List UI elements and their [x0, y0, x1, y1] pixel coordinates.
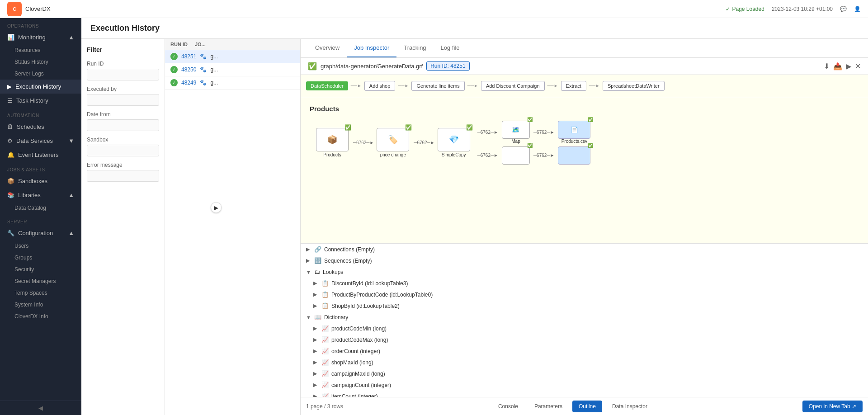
pagination-info: 1 page / 3 rows	[306, 403, 343, 410]
run-row-48249[interactable]: ✓ 48249 🐾 g...	[165, 76, 300, 90]
sidebar-item-secret-managers[interactable]: Secret Managers	[0, 275, 81, 287]
sidebar-item-security[interactable]: Security	[0, 264, 81, 275]
sidebar-item-temp-spaces[interactable]: Temp Spaces	[0, 287, 81, 299]
sidebar-item-users[interactable]: Users	[0, 240, 81, 252]
sidebar-item-sandboxes[interactable]: 📦 Sandboxes	[0, 174, 81, 188]
outline-dict-1[interactable]: ▶ 📈 productCodeMin (long)	[301, 323, 868, 334]
outline-connections[interactable]: ▶ 🔗 Connections (Empty)	[301, 244, 868, 255]
expand-dictionary-icon: ▼	[306, 315, 311, 320]
open-new-tab-button[interactable]: Open in New Tab ↗	[802, 401, 863, 412]
outline-dictionary[interactable]: ▼ 📖 Dictionary	[301, 311, 868, 323]
products-label: Products	[310, 105, 859, 113]
bottom-bar: 1 page / 3 rows Console Parameters Outli…	[301, 397, 868, 415]
sidebar-item-configuration[interactable]: 🔧Configuration ▲	[0, 226, 81, 240]
tab-console[interactable]: Console	[492, 401, 524, 412]
sidebar-item-system-info[interactable]: System Info	[0, 299, 81, 311]
sidebar-item-data-catalog[interactable]: Data Catalog	[0, 202, 81, 214]
graph-status-icon: ✅	[308, 62, 317, 71]
expand-dict7-icon: ▶	[313, 393, 319, 397]
run-id-input[interactable]	[87, 69, 159, 80]
node-products-csv[interactable]: 📄	[558, 121, 590, 139]
outline-dict-3[interactable]: ▶ 📈 orderCount (integer)	[301, 345, 868, 357]
sandbox-input[interactable]	[87, 145, 159, 156]
expand-run-list-btn[interactable]: ▶	[211, 202, 222, 213]
filter-title: Filter	[87, 46, 159, 53]
error-message-input[interactable]	[87, 170, 159, 182]
outline-panel: ▶ 🔗 Connections (Empty) ▶ 🔢 Sequences (E…	[301, 243, 868, 397]
outline-dict-5[interactable]: ▶ 📈 campaignMaxId (long)	[301, 368, 868, 379]
node-b3[interactable]	[558, 146, 590, 165]
run-id-badge: Run ID: 48251	[426, 61, 469, 71]
run-id-link-48249[interactable]: 48249	[181, 80, 196, 86]
executed-by-input[interactable]	[87, 94, 159, 106]
tab-parameters[interactable]: Parameters	[528, 401, 569, 412]
tab-job-inspector[interactable]: Job Inspector	[347, 39, 396, 57]
node-b2[interactable]	[502, 146, 530, 165]
sidebar-item-groups[interactable]: Groups	[0, 252, 81, 264]
node-price-change[interactable]: 🏷️	[377, 128, 409, 151]
outline-lookup-2[interactable]: ▶ 📋 ProductByProductCode (id:LookupTable…	[301, 289, 868, 300]
tab-overview[interactable]: Overview	[308, 39, 347, 57]
data-services-icon: ⚙	[7, 137, 13, 144]
outline-dict-6[interactable]: ▶ 📈 campaignCount (integer)	[301, 379, 868, 391]
run-icon-48249: 🐾	[200, 80, 207, 86]
configuration-icon: 🔧	[7, 230, 14, 236]
inspector-header: Overview Job Inspector Tracking Log file	[301, 39, 868, 58]
sidebar-item-status-history[interactable]: Status History	[0, 56, 81, 68]
node-simple-copy[interactable]: 💎	[438, 128, 470, 151]
outline-dict-2[interactable]: ▶ 📈 productCodeMax (long)	[301, 334, 868, 345]
tab-data-inspector[interactable]: Data Inspector	[606, 401, 654, 412]
run-id-link-48250[interactable]: 48250	[181, 66, 196, 73]
close-icon[interactable]: ✕	[855, 62, 861, 71]
check-node-b2: ✅	[527, 143, 533, 148]
check-products-csv: ✅	[588, 117, 593, 122]
run-row-48250[interactable]: ✓ 48250 🐾 g...	[165, 63, 300, 76]
sidebar-item-monitoring[interactable]: 📊Monitoring ▲	[0, 30, 81, 44]
col-job: JO...	[195, 42, 206, 47]
tab-log-file[interactable]: Log file	[434, 39, 467, 57]
sidebar-item-schedules[interactable]: 🗓 Schedules	[0, 120, 81, 134]
run-id-link-48251[interactable]: 48251	[181, 53, 196, 60]
expand-dict6-icon: ▶	[313, 382, 319, 388]
download-icon[interactable]: ⬇	[824, 62, 830, 71]
dict6-icon: 📈	[321, 382, 329, 388]
outline-dict-4[interactable]: ▶ 📈 shopMaxId (long)	[301, 357, 868, 368]
run-row-48251[interactable]: ✓ 48251 🐾 g...	[165, 50, 300, 63]
check-products: ✅	[344, 124, 351, 131]
expand-lookups-icon: ▼	[306, 269, 311, 275]
sidebar-item-libraries[interactable]: 📚Libraries ▲	[0, 188, 81, 202]
sidebar-item-task-history[interactable]: ☰ Task History	[0, 94, 81, 108]
sidebar-item-event-listeners[interactable]: 🔔 Event Listeners	[0, 148, 81, 162]
share-icon[interactable]: 📤	[833, 62, 842, 71]
run-id-label: Run ID	[87, 61, 159, 67]
tab-outline[interactable]: Outline	[572, 401, 602, 412]
filter-panel: Filter Run ID Executed by Date from Sand…	[81, 39, 165, 415]
run-icon-48250: 🐾	[200, 66, 207, 73]
dict4-icon: 📈	[321, 359, 329, 366]
chevron-up-icon-libs: ▲	[68, 192, 74, 198]
node-map[interactable]: 🗺️	[502, 121, 530, 139]
sidebar-item-server-logs[interactable]: Server Logs	[0, 68, 81, 80]
outline-lookups[interactable]: ▼ 🗂 Lookups	[301, 266, 868, 278]
outline-lookup-3[interactable]: ▶ 📋 ShopById (id:LookupTable2)	[301, 300, 868, 311]
sidebar-item-data-services[interactable]: ⚙Data Services ▼	[0, 134, 81, 148]
execution-history-icon: ▶	[7, 83, 12, 90]
server-label: SERVER	[0, 214, 81, 226]
check-icon: ✓	[726, 6, 730, 12]
sidebar-item-cloverdx-info[interactable]: CloverDX Info	[0, 311, 81, 322]
sidebar-item-execution-history[interactable]: ▶ Execution History	[0, 80, 81, 94]
outline-dict-7[interactable]: ▶ 📈 itemCount (integer)	[301, 391, 868, 397]
node-products[interactable]: 📦	[316, 128, 349, 151]
event-listeners-icon: 🔔	[7, 151, 14, 158]
date-from-input[interactable]	[87, 119, 159, 131]
body-split: Filter Run ID Executed by Date from Sand…	[81, 39, 868, 415]
user-icon[interactable]: 👤	[854, 6, 861, 12]
tab-tracking[interactable]: Tracking	[396, 39, 433, 57]
play-icon[interactable]: ▶	[846, 62, 851, 71]
outline-sequences[interactable]: ▶ 🔢 Sequences (Empty)	[301, 255, 868, 266]
sidebar-collapse-btn[interactable]: ◀	[0, 401, 81, 415]
outline-lookup-1[interactable]: ▶ 📋 DiscountById (id:LookupTable3)	[301, 278, 868, 289]
sidebar-item-resources[interactable]: Resources	[0, 44, 81, 56]
messages-icon[interactable]: 💬	[840, 6, 847, 12]
lookups-icon: 🗂	[314, 269, 320, 275]
